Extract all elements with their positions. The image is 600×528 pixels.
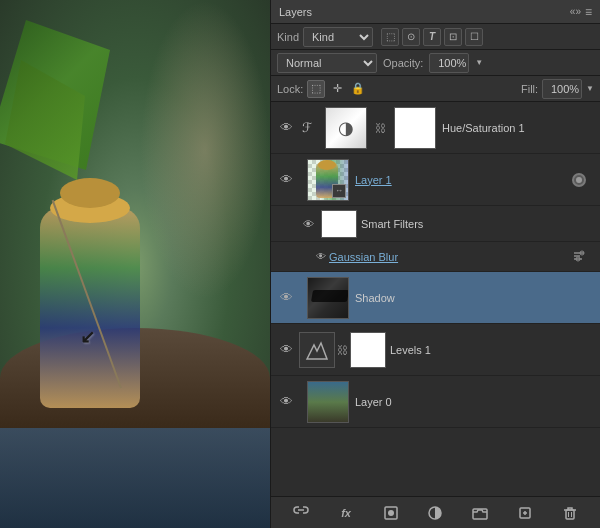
- fill-dropdown-arrow[interactable]: ▼: [586, 84, 594, 93]
- eye-icon-levels1[interactable]: 👁: [277, 341, 295, 359]
- layer-thumb-layer1: ↔: [307, 159, 349, 201]
- photo-canvas: ↙: [0, 0, 270, 528]
- levels1-thumbs: ⛓: [299, 332, 386, 368]
- blend-mode-toolbar: Normal Opacity: ▼: [271, 50, 600, 76]
- filter-type-icon[interactable]: T: [423, 28, 441, 46]
- photo-hat2: [60, 178, 120, 208]
- kind-select[interactable]: Kind: [303, 27, 373, 47]
- scroll-dot-layer1: [572, 173, 586, 187]
- svg-marker-5: [307, 343, 327, 359]
- panel-collapse-icon[interactable]: «»: [570, 6, 581, 17]
- panel-menu-icon[interactable]: ≡: [585, 5, 592, 19]
- fill-section: Fill: ▼: [521, 79, 594, 99]
- new-group-button[interactable]: [469, 502, 491, 524]
- layer-thumb-hue-adj: ◑: [325, 107, 367, 149]
- lock-icons: ⬚ ✛ 🔒: [307, 80, 367, 98]
- link-layers-button[interactable]: [290, 502, 312, 524]
- eye-icon-layer0[interactable]: 👁: [277, 393, 295, 411]
- chain-icon-levels: ⛓: [337, 344, 348, 356]
- layer-name-layer0: Layer 0: [355, 396, 594, 408]
- layer-item-gaussian-blur[interactable]: 👁 Gaussian Blur: [271, 242, 600, 272]
- eye-icon-gaussian-blur[interactable]: 👁: [313, 248, 329, 266]
- panel-header-icons: «» ≡: [570, 5, 592, 19]
- move-badge: ↔: [332, 184, 346, 198]
- fx-icon-hue-saturation: ℱ: [299, 120, 315, 136]
- lock-all-icon[interactable]: 🔒: [349, 80, 367, 98]
- layer-name-gaussian-blur: Gaussian Blur: [329, 251, 398, 263]
- layer-name-hue-saturation: Hue/Saturation 1: [442, 122, 594, 134]
- filter-shape-icon[interactable]: ⊡: [444, 28, 462, 46]
- layer-name-levels1: Levels 1: [390, 344, 594, 356]
- layer-name-layer1: Layer 1: [355, 174, 594, 186]
- panel-header: Layers «» ≡: [271, 0, 600, 24]
- layer-info-levels1: Levels 1: [390, 344, 594, 356]
- add-mask-button[interactable]: [380, 502, 402, 524]
- layer-info-layer1: Layer 1: [355, 174, 594, 186]
- eye-icon-layer1[interactable]: 👁: [277, 171, 295, 189]
- layer-item-hue-saturation[interactable]: 👁 ℱ ◑ ⛓ Hue/Saturation 1: [271, 102, 600, 154]
- layer-item-levels1[interactable]: 👁 ⛓ Levels 1: [271, 324, 600, 376]
- layer-info-shadow: Shadow: [355, 292, 594, 304]
- photo-arrow: ↙: [80, 326, 95, 348]
- blend-mode-select[interactable]: Normal: [277, 53, 377, 73]
- layer-item-shadow[interactable]: 👁 Shadow: [271, 272, 600, 324]
- layer-item-layer1[interactable]: 👁 ↔ Layer 1: [271, 154, 600, 206]
- filter-adjustment-icon[interactable]: ⊙: [402, 28, 420, 46]
- new-layer-button[interactable]: [514, 502, 536, 524]
- svg-point-8: [388, 510, 394, 516]
- hue-saturation-thumbs: ◑ ⛓: [319, 107, 442, 149]
- fill-label: Fill:: [521, 83, 538, 95]
- opacity-label: Opacity:: [383, 57, 423, 69]
- gaussian-blur-settings-icon[interactable]: [572, 249, 586, 265]
- filter-smart-icon[interactable]: ☐: [465, 28, 483, 46]
- lock-label: Lock:: [277, 83, 303, 95]
- opacity-input[interactable]: [429, 53, 469, 73]
- add-layer-style-button[interactable]: fx: [335, 502, 357, 524]
- eye-icon-smart-filters[interactable]: 👁: [299, 215, 317, 233]
- layer1-link[interactable]: Layer 1: [355, 174, 392, 186]
- filter-type-icons: ⬚ ⊙ T ⊡ ☐: [381, 28, 483, 46]
- filter-pixel-icon[interactable]: ⬚: [381, 28, 399, 46]
- new-fill-adjustment-button[interactable]: [424, 502, 446, 524]
- fill-input[interactable]: [542, 79, 582, 99]
- eye-icon-shadow[interactable]: 👁: [277, 289, 295, 307]
- eye-icon-hue-saturation[interactable]: 👁: [277, 119, 295, 137]
- layer-info-layer0: Layer 0: [355, 396, 594, 408]
- layer-name-shadow: Shadow: [355, 292, 594, 304]
- layer-thumb-hue-mask: [394, 107, 436, 149]
- panel-title: Layers: [279, 6, 312, 18]
- layers-panel: Layers «» ≡ Kind Kind ⬚ ⊙ T ⊡ ☐ Normal: [270, 0, 600, 528]
- layer-thumb-layer0: [307, 381, 349, 423]
- layer-name-smart-filters: Smart Filters: [361, 218, 423, 230]
- lock-pixels-icon[interactable]: ⬚: [307, 80, 325, 98]
- bottom-toolbar: fx: [271, 496, 600, 528]
- layer-thumb-levels-adj: [299, 332, 335, 368]
- filter-type-toolbar: Kind Kind ⬚ ⊙ T ⊡ ☐: [271, 24, 600, 50]
- layer-item-smart-filters[interactable]: 👁 Smart Filters: [271, 206, 600, 242]
- lock-position-icon[interactable]: ✛: [328, 80, 346, 98]
- delete-layer-button[interactable]: [559, 502, 581, 524]
- photo-bg-blur: [140, 0, 270, 300]
- kind-label: Kind: [277, 31, 299, 43]
- layer-thumb-shadow: [307, 277, 349, 319]
- svg-rect-15: [566, 510, 574, 519]
- layer-thumb-levels-mask: [350, 332, 386, 368]
- lock-toolbar: Lock: ⬚ ✛ 🔒 Fill: ▼: [271, 76, 600, 102]
- layer-item-layer0[interactable]: 👁 Layer 0: [271, 376, 600, 428]
- layer-thumb-smart-filters: [321, 210, 357, 238]
- chain-icon-hue: ⛓: [375, 122, 386, 134]
- layers-list: 👁 ℱ ◑ ⛓ Hue/Saturation 1: [271, 102, 600, 496]
- photo-water: [0, 428, 270, 528]
- layer-info-hue-saturation: Hue/Saturation 1: [442, 122, 594, 134]
- opacity-dropdown-arrow[interactable]: ▼: [475, 58, 483, 67]
